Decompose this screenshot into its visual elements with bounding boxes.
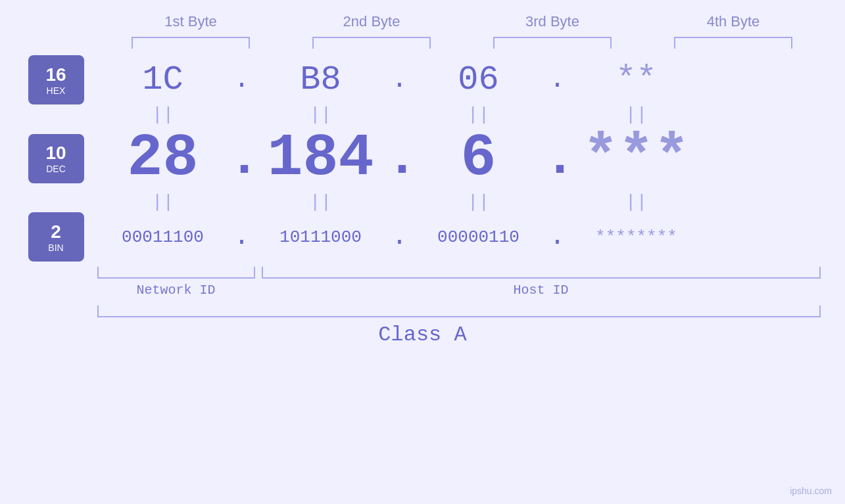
eq-7: ||: [413, 192, 544, 212]
top-brackets-row: [101, 37, 824, 49]
bottom-brackets-row: [97, 267, 821, 279]
page-container: 1st Byte 2nd Byte 3rd Byte 4th Byte 16 H…: [0, 0, 845, 504]
hex-dot-1: .: [229, 65, 255, 95]
hex-values: 1C . B8 . 06 . **: [97, 60, 817, 99]
bin-row: 2 BIN 00011100 . 10111000 . 00000110 . *…: [28, 212, 817, 262]
hex-val-2: B8: [255, 60, 387, 99]
bin-val-1: 00011100: [97, 227, 229, 247]
hex-badge: 16 HEX: [28, 55, 84, 104]
bin-val-2: 10111000: [255, 227, 387, 247]
class-a-bracket: [97, 306, 821, 317]
byte-header-4: 4th Byte: [661, 13, 806, 30]
byte-header-2: 2nd Byte: [299, 13, 444, 30]
dec-val-3: 6: [413, 125, 544, 192]
labels-row: Network ID Host ID: [97, 283, 821, 298]
hex-val-3: 06: [413, 60, 544, 99]
bin-dot-1: .: [229, 222, 255, 252]
watermark: ipshu.com: [790, 486, 832, 496]
hex-dot-2: .: [387, 65, 413, 95]
bin-val-3: 00000110: [413, 227, 544, 247]
dec-values: 28 . 184 . 6 . ***: [97, 125, 817, 192]
bin-badge-num: 2: [51, 221, 61, 242]
hex-val-4: **: [571, 60, 702, 99]
equals-values-2: || || || ||: [97, 192, 817, 212]
byte-header-3: 3rd Byte: [480, 13, 625, 30]
dec-dot-1: .: [229, 129, 255, 189]
dec-val-4: ***: [571, 125, 702, 192]
equals-values-1: || || || ||: [97, 104, 817, 125]
network-bracket: [97, 267, 255, 279]
bracket-top-4: [674, 37, 792, 49]
equals-row-2: || || || ||: [28, 192, 817, 212]
dec-dot-2: .: [387, 129, 413, 189]
equals-row-1: || || || ||: [28, 104, 817, 125]
bin-badge: 2 BIN: [28, 212, 84, 262]
bin-badge-label: BIN: [48, 242, 63, 253]
byte-headers-row: 1st Byte 2nd Byte 3rd Byte 4th Byte: [101, 13, 824, 30]
host-bracket: [262, 267, 821, 279]
bin-values: 00011100 . 10111000 . 00000110 . *******…: [97, 222, 817, 252]
host-id-label: Host ID: [262, 283, 821, 298]
byte-header-1: 1st Byte: [118, 13, 263, 30]
eq-1: ||: [97, 104, 229, 125]
eq-2: ||: [255, 104, 387, 125]
network-id-label: Network ID: [97, 283, 255, 298]
dec-badge: 10 DEC: [28, 134, 84, 183]
dec-badge-num: 10: [45, 143, 66, 164]
bracket-top-3: [493, 37, 612, 49]
bin-dot-3: .: [544, 222, 571, 252]
bracket-top-2: [312, 37, 431, 49]
hex-row: 16 HEX 1C . B8 . 06 . **: [28, 55, 817, 104]
dec-val-1: 28: [97, 125, 229, 192]
eq-4: ||: [571, 104, 702, 125]
class-label-row: Class A: [28, 323, 817, 347]
class-label: Class A: [378, 323, 466, 347]
bin-val-4: ********: [571, 227, 702, 247]
hex-val-1: 1C: [97, 60, 229, 99]
eq-6: ||: [255, 192, 387, 212]
hex-badge-label: HEX: [47, 85, 66, 96]
hex-dot-3: .: [544, 65, 571, 95]
dec-badge-label: DEC: [46, 164, 66, 174]
eq-8: ||: [571, 192, 702, 212]
dec-row: 10 DEC 28 . 184 . 6 . ***: [28, 125, 817, 192]
bottom-section: Network ID Host ID Class A: [28, 267, 817, 347]
dec-val-2: 184: [255, 125, 387, 192]
bin-dot-2: .: [387, 222, 413, 252]
dec-dot-3: .: [544, 129, 571, 189]
bracket-top-1: [132, 37, 250, 49]
hex-badge-num: 16: [45, 64, 66, 85]
eq-5: ||: [97, 192, 229, 212]
class-bracket-row: [97, 306, 821, 317]
eq-3: ||: [413, 104, 544, 125]
